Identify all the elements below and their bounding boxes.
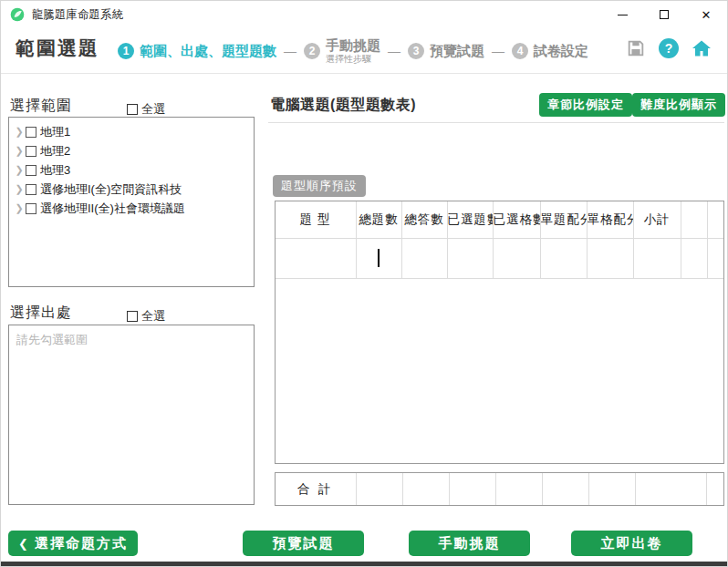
step-2-label: 手動挑題	[326, 38, 380, 54]
cell-type[interactable]	[276, 238, 356, 278]
tree-item-elective1[interactable]: 選修地理I(全)空間資訊科技	[13, 180, 250, 199]
step-3-label: 預覽試題	[430, 43, 484, 60]
range-tree: 地理1 地理2 地理3 選修地理I(全)空間資訊科技 選修地理II(全)社會環境	[9, 118, 254, 218]
col-header-type: 題 型	[276, 201, 356, 238]
cell-selected-questions[interactable]	[447, 238, 493, 278]
tree-item-checkbox[interactable]	[26, 165, 36, 176]
back-button-label: 選擇命題方式	[35, 535, 128, 552]
totals-label: 合 計	[276, 473, 356, 505]
source-select-all[interactable]: 全選	[127, 308, 165, 325]
col-header-selected-questions: 已選題數	[447, 201, 493, 238]
cell-selected-blanks[interactable]	[493, 238, 540, 278]
cell-total-answers[interactable]	[401, 238, 447, 278]
cell-empty	[681, 238, 707, 278]
total-cell	[635, 473, 706, 505]
tree-item-label: 選修地理I(全)空間資訊科技	[40, 181, 182, 198]
col-header-empty	[707, 201, 723, 238]
chapter-ratio-button[interactable]: 章節比例設定	[539, 93, 632, 117]
step-4-paper-settings[interactable]: 4 試卷設定	[512, 43, 588, 60]
tree-item-label: 地理2	[40, 143, 70, 160]
source-select-all-label: 全選	[141, 308, 165, 325]
tree-item-label: 地理1	[40, 124, 70, 140]
source-list-panel[interactable]: 請先勾選範圍	[8, 325, 255, 505]
table-row	[276, 238, 723, 278]
tree-item-checkbox[interactable]	[26, 127, 36, 138]
taskbar-edge	[1, 562, 727, 567]
save-button[interactable]	[625, 37, 647, 59]
expand-chevron-icon[interactable]	[13, 183, 26, 195]
source-placeholder: 請先勾選範圍	[9, 325, 254, 355]
tree-item-checkbox[interactable]	[26, 184, 36, 195]
computer-pick-title: 電腦選題(題型題數表)	[270, 96, 416, 115]
col-header-points-per-blank: 單格配分	[587, 201, 633, 238]
range-select-all-checkbox[interactable]	[127, 104, 138, 115]
question-type-table: 題 型 總題數 總答數 已選題數 已選格數 單題配分 單格配分 小計	[275, 201, 724, 464]
manual-button-label: 手動挑題	[439, 535, 501, 552]
type-order-preset-button[interactable]: 題型順序預設	[273, 175, 366, 197]
back-to-method-button[interactable]: 選擇命題方式	[8, 531, 138, 556]
source-section-title: 選擇出處	[10, 304, 72, 323]
tree-item-label: 選修地理II(全)社會環境議題	[40, 201, 185, 217]
manual-pick-button[interactable]: 手動挑題	[409, 531, 530, 556]
cell-empty	[707, 238, 723, 278]
generate-paper-button[interactable]: 立即出卷	[571, 531, 692, 556]
total-cell	[706, 473, 723, 505]
expand-chevron-icon[interactable]	[13, 145, 26, 157]
tree-item-elective2[interactable]: 選修地理II(全)社會環境議題	[13, 199, 250, 218]
generate-button-label: 立即出卷	[601, 535, 663, 552]
close-button[interactable]	[685, 1, 727, 28]
cell-total-questions-input[interactable]	[356, 238, 401, 278]
tree-item-geo3[interactable]: 地理3	[13, 160, 250, 180]
step-separator	[492, 44, 504, 58]
col-header-selected-blanks: 已選格數	[493, 201, 540, 238]
step-2-circle: 2	[304, 43, 320, 59]
cell-subtotal[interactable]	[633, 238, 681, 278]
table-header-row: 題 型 總題數 總答數 已選題數 已選格數 單題配分 單格配分 小計	[276, 201, 723, 238]
minimize-button[interactable]	[601, 1, 643, 28]
step-3-circle: 3	[408, 43, 424, 59]
cell-points-per-blank[interactable]	[587, 238, 633, 278]
expand-chevron-icon[interactable]	[13, 202, 26, 214]
page-title: 範圍選題	[16, 36, 99, 61]
expand-chevron-icon[interactable]	[13, 164, 26, 176]
maximize-button[interactable]	[643, 1, 685, 28]
preview-button-label: 預覽試題	[273, 535, 335, 552]
total-cell	[495, 473, 542, 505]
chevron-left-icon	[18, 537, 30, 551]
range-select-all[interactable]: 全選	[127, 101, 165, 118]
difficulty-ratio-button[interactable]: 難度比例顯示	[632, 93, 725, 117]
tree-item-geo2[interactable]: 地理2	[13, 141, 250, 160]
home-button[interactable]	[691, 37, 712, 59]
tree-item-checkbox[interactable]	[26, 203, 36, 214]
text-caret	[378, 249, 380, 267]
step-4-circle: 4	[512, 43, 528, 59]
help-button[interactable]: ?	[658, 37, 680, 59]
tree-item-geo1[interactable]: 地理1	[13, 122, 250, 141]
expand-chevron-icon[interactable]	[13, 126, 26, 138]
title-bar: 龍騰題庫命題系統	[1, 1, 727, 28]
step-3-preview[interactable]: 3 預覽試題	[408, 43, 484, 60]
cell-points-per-question[interactable]	[540, 238, 587, 278]
range-tree-panel: 地理1 地理2 地理3 選修地理I(全)空間資訊科技 選修地理II(全)社會環境	[8, 117, 255, 287]
col-header-subtotal: 小計	[633, 201, 681, 238]
source-select-all-checkbox[interactable]	[127, 311, 138, 322]
total-cell	[588, 473, 635, 505]
col-header-total-answers: 總答數	[401, 201, 447, 238]
help-icon: ?	[659, 38, 679, 58]
app-window: 龍騰題庫命題系統 範圍選題 1 範圍、出處、題型題數 2 手動挑題 選擇性步驟	[0, 0, 728, 567]
totals-table: 合 計	[275, 472, 724, 506]
step-4-label: 試卷設定	[534, 43, 588, 60]
total-cell	[402, 473, 449, 505]
panel-divider	[268, 122, 724, 123]
step-separator	[284, 44, 296, 58]
step-2-manual-pick[interactable]: 2 手動挑題 選擇性步驟	[304, 38, 380, 64]
home-icon	[691, 37, 712, 59]
col-header-empty	[681, 201, 707, 238]
save-icon	[626, 38, 646, 58]
app-logo-leaf-icon	[10, 7, 25, 22]
step-1-range[interactable]: 1 範圍、出處、題型題數	[118, 43, 276, 60]
preview-questions-button[interactable]: 預覽試題	[243, 531, 364, 556]
tree-item-checkbox[interactable]	[26, 146, 36, 157]
total-cell	[356, 473, 402, 505]
wizard-steps: 1 範圍、出處、題型題數 2 手動挑題 選擇性步驟 3 預覽試題 4 試卷設定	[118, 28, 588, 74]
